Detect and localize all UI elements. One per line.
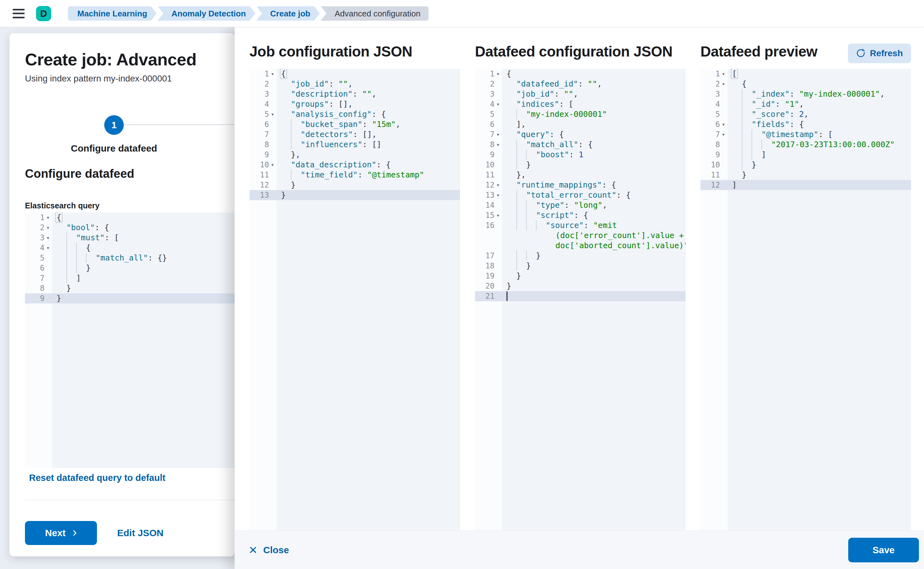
code-line[interactable]: 2▾"bool": { (25, 223, 234, 233)
code-line[interactable]: 3"job_id": "", (475, 89, 686, 99)
code-line[interactable]: 16"source": "emit (475, 221, 686, 231)
fold-arrow-icon[interactable]: ▾ (495, 132, 501, 137)
code-line[interactable]: (doc['error_count'].value + (475, 231, 686, 240)
code-line[interactable]: 12] (700, 180, 911, 190)
job-config-title: Job configuration JSON (250, 43, 412, 60)
code-line[interactable]: 7] (25, 273, 234, 283)
code-line[interactable]: 3"description": "", (250, 89, 460, 99)
code-line[interactable]: 5"_score": 2, (700, 109, 911, 119)
code-line[interactable]: 2"job_id": "", (250, 79, 460, 89)
line-number: 3▾ (25, 233, 52, 243)
code-line[interactable]: 3▾"must": [ (25, 233, 234, 243)
fold-arrow-icon[interactable]: ▾ (720, 122, 727, 127)
fold-arrow-icon[interactable]: ▾ (495, 193, 501, 198)
code-line[interactable]: 10▾"data_description": { (250, 160, 460, 170)
fold-arrow-icon[interactable]: ▾ (495, 183, 501, 187)
edit-json-link[interactable]: Edit JSON (117, 528, 164, 539)
code-line[interactable]: 8▾"match_all": { (475, 140, 686, 150)
step-1-circle[interactable]: 1 (104, 115, 124, 135)
code-line[interactable]: 10} (475, 160, 686, 170)
code-line[interactable]: 8"influencers": [] (250, 140, 460, 150)
job-config-editor[interactable]: 1▾{2"job_id": "",3"description": "",4"gr… (250, 69, 460, 531)
code-line[interactable]: 5"my-index-000001" (475, 109, 686, 119)
code-line[interactable]: 11"time_field": "@timestamp" (250, 170, 460, 180)
code-line[interactable]: 9}, (250, 150, 460, 160)
code-line[interactable]: 2▾{ (700, 79, 911, 89)
reset-datafeed-query-link[interactable]: Reset datafeed query to default (29, 473, 166, 483)
breadcrumb-machine-learning[interactable]: Machine Learning (68, 6, 157, 21)
fold-arrow-icon[interactable]: ▾ (44, 225, 52, 230)
code-line[interactable]: 4▾"indices": [ (475, 99, 686, 109)
es-query-editor[interactable]: 1▾{2▾"bool": {3▾"must": [4▾{5"match_all"… (25, 213, 234, 468)
code-line[interactable]: 6"bucket_span": "15m", (250, 119, 460, 129)
code-line[interactable]: 9] (700, 150, 911, 160)
code-line[interactable]: 4"_id": "1", (700, 99, 911, 109)
line-number: 5 (475, 109, 502, 119)
fold-arrow-icon[interactable]: ▾ (44, 245, 52, 250)
code-line[interactable]: 1▾{ (475, 69, 686, 79)
code-line[interactable]: 1▾[ (700, 69, 911, 79)
code-line[interactable]: 6], (475, 119, 686, 129)
hamburger-menu-icon[interactable] (13, 9, 24, 18)
code-line[interactable]: 11} (700, 170, 911, 180)
code-line[interactable]: 4"groups": [], (250, 99, 460, 109)
line-number: 7 (25, 273, 52, 283)
code-line[interactable]: 10} (700, 160, 911, 170)
fold-arrow-icon[interactable]: ▾ (495, 102, 501, 107)
code-line[interactable]: 19} (475, 271, 686, 281)
line-number: 8 (25, 283, 52, 293)
fold-arrow-icon[interactable]: ▾ (720, 132, 727, 137)
code-line[interactable]: 1▾{ (25, 213, 234, 223)
space-avatar[interactable]: D (36, 6, 51, 21)
fold-arrow-icon[interactable]: ▾ (495, 72, 501, 76)
fold-arrow-icon[interactable]: ▾ (720, 81, 727, 87)
code-line[interactable]: 8"2017-03-23T13:00:00.000Z" (700, 140, 911, 150)
code-line[interactable]: 14"type": "long", (475, 200, 686, 210)
code-line[interactable]: 9} (25, 293, 234, 303)
refresh-button[interactable]: Refresh (848, 44, 911, 63)
code-line[interactable]: 12} (250, 180, 460, 190)
fold-arrow-icon[interactable]: ▾ (44, 215, 52, 220)
fold-arrow-icon[interactable]: ▾ (269, 72, 276, 76)
line-number: 5▾ (250, 109, 277, 119)
save-button[interactable]: Save (848, 538, 919, 562)
code-line[interactable]: 6▾"fields": { (700, 119, 911, 129)
flyout-footer: ✕ Close Save (234, 531, 924, 569)
code-line[interactable]: 11}, (475, 170, 686, 180)
code-line[interactable]: 7▾"@timestamp": [ (700, 129, 911, 140)
code-line[interactable]: 17} (475, 251, 686, 261)
code-line[interactable]: 13▾"total_error_count": { (475, 190, 686, 200)
code-line[interactable]: 21 (475, 291, 686, 301)
code-line[interactable]: 8} (25, 283, 234, 293)
code-line[interactable]: 12▾"runtime_mappings": { (475, 180, 686, 190)
code-line[interactable]: 9"boost": 1 (475, 150, 686, 160)
code-line[interactable]: 13} (250, 190, 460, 200)
breadcrumb-anomaly-detection[interactable]: Anomaly Detection (158, 6, 256, 21)
fold-arrow-icon[interactable]: ▾ (44, 235, 52, 240)
code-line[interactable]: 1▾{ (250, 69, 460, 79)
datafeed-config-editor[interactable]: 1▾{2"datafeed_id": "",3"job_id": "",4▾"i… (475, 69, 686, 531)
code-line[interactable]: 5"match_all": {} (25, 253, 234, 263)
code-line[interactable]: doc['aborted_count'].value)" (475, 240, 686, 251)
fold-arrow-icon[interactable]: ▾ (269, 112, 276, 117)
code-line[interactable]: 18} (475, 261, 686, 271)
code-line[interactable]: 5▾"analysis_config": { (250, 109, 460, 119)
code-line[interactable]: 20} (475, 281, 686, 291)
code-line[interactable]: 15▾"script": { (475, 210, 686, 221)
line-number: 7 (250, 129, 277, 140)
next-button[interactable]: Next › (25, 521, 97, 545)
code-line[interactable]: 4▾{ (25, 243, 234, 253)
close-button[interactable]: ✕ Close (248, 545, 289, 555)
code-line[interactable]: 3"_index": "my-index-000001", (700, 89, 911, 99)
code-line[interactable]: 6} (25, 263, 234, 273)
breadcrumb-create-job[interactable]: Create job (256, 6, 320, 21)
line-number: 2▾ (700, 79, 728, 89)
datafeed-preview-editor[interactable]: 1▾[2▾{3"_index": "my-index-000001",4"_id… (700, 69, 911, 531)
fold-arrow-icon[interactable]: ▾ (495, 213, 501, 218)
fold-arrow-icon[interactable]: ▾ (720, 72, 727, 76)
code-line[interactable]: 7▾"query": { (475, 129, 686, 140)
code-line[interactable]: 7"detectors": [], (250, 129, 460, 140)
code-line[interactable]: 2"datafeed_id": "", (475, 79, 686, 89)
fold-arrow-icon[interactable]: ▾ (495, 142, 501, 147)
fold-arrow-icon[interactable]: ▾ (269, 162, 276, 167)
